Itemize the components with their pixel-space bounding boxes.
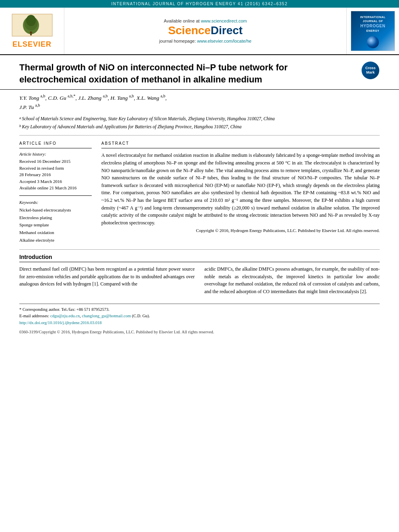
intro-col-left: Direct methanol fuel cell (DMFC) has bee…: [19, 265, 195, 295]
sciencedirect-logo-text: ScienceDirect: [168, 24, 243, 37]
affil-a: a School of Materials Science and Engine…: [19, 115, 380, 122]
abstract-divider: [101, 148, 380, 148]
journal-cover-text: INTERNATIONAL JOURNAL OF HYDROGEN ENERGY: [358, 14, 387, 34]
article-info-heading: ARTICLE INFO: [19, 141, 92, 146]
authors-line: Y.Y. Tong a,b, C.D. Gu a,b,*, J.L. Zhang…: [19, 93, 380, 111]
intro-two-col: Direct methanol fuel cell (DMFC) has bee…: [19, 265, 380, 295]
journal-cover-image: INTERNATIONAL JOURNAL OF HYDROGEN ENERGY: [351, 11, 395, 51]
svg-point-4: [26, 15, 36, 26]
keyword-4: Methanol oxidation: [19, 229, 92, 236]
intro-heading: Introduction: [19, 254, 380, 262]
elsevier-wordmark: ELSEVIER: [10, 40, 54, 49]
introduction-section: Introduction Direct methanol fuel cell (…: [0, 244, 399, 299]
article-info-col: ARTICLE INFO Article history: Received 1…: [19, 141, 92, 244]
accepted-date: Accepted 3 March 2016: [19, 178, 92, 185]
sciencedirect-url[interactable]: www.sciencedirect.com: [201, 18, 247, 23]
authors-section: Y.Y. Tong a,b, C.D. Gu a,b,*, J.L. Zhang…: [0, 90, 399, 113]
affiliations-section: a School of Materials Science and Engine…: [0, 113, 399, 136]
available-online-text: Available online at www.sciencedirect.co…: [164, 18, 247, 23]
crossmark-badge: CrossMark: [362, 62, 380, 80]
doi-link[interactable]: http://dx.doi.org/10.1016/j.ijhydene.201…: [19, 320, 102, 325]
article-info-divider: [19, 148, 92, 148]
affil-b: b Key Laboratory of Advanced Materials a…: [19, 123, 380, 130]
intro-col-right: acidic DMFCs, the alkaline DMFCs possess…: [204, 265, 380, 295]
title-section: Thermal growth of NiO on interconnected …: [0, 55, 399, 90]
intro-top-divider: [19, 249, 380, 250]
article-title: Thermal growth of NiO on interconnected …: [19, 62, 362, 85]
elsevier-tree-svg: [10, 13, 54, 39]
journal-cover-section: INTERNATIONAL JOURNAL OF HYDROGEN ENERGY: [347, 8, 399, 54]
abstract-col: ABSTRACT A novel electrocatalyst for met…: [101, 141, 380, 244]
abstract-heading: ABSTRACT: [101, 141, 380, 146]
journal-cover-orb: [367, 36, 379, 48]
elsevier-logo: ELSEVIER: [10, 13, 54, 49]
article-history-label: Article history:: [19, 152, 92, 156]
keyword-2: Electroless plating: [19, 214, 92, 222]
footnote-section: * Corresponding author. Tel./fax: +86 57…: [19, 304, 380, 327]
received-date: Received 16 December 2015: [19, 158, 92, 165]
revised-date: 28 February 2016: [19, 171, 92, 178]
sciencedirect-section: Available online at www.sciencedirect.co…: [64, 8, 347, 54]
revised-label: Received in revised form: [19, 165, 92, 172]
footnote-corresponding: * Corresponding author. Tel./fax: +86 57…: [19, 306, 380, 313]
keyword-1: Nickel-based electrocatalysts: [19, 206, 92, 214]
elsevier-logo-section: ELSEVIER: [0, 8, 64, 54]
journal-banner: INTERNATIONAL JOURNAL OF HYDROGEN ENERGY…: [0, 0, 399, 8]
journal-homepage-text: journal homepage: www.elsevier.com/locat…: [159, 39, 251, 43]
keywords-divider: [19, 195, 92, 196]
available-date: Available online 21 March 2016: [19, 185, 92, 191]
banner-text: INTERNATIONAL JOURNAL OF HYDROGEN ENERGY…: [111, 2, 288, 6]
email-link-2[interactable]: changlong_gu@hotmail.com: [82, 314, 131, 318]
journal-url[interactable]: www.elsevier.com/locate/he: [197, 39, 251, 43]
keyword-5: Alkaline electrolyte: [19, 236, 92, 244]
article-info-abstract: ARTICLE INFO Article history: Received 1…: [0, 136, 399, 244]
footnote-doi: http://dx.doi.org/10.1016/j.ijhydene.201…: [19, 320, 380, 327]
abstract-text: A novel electrocatalyst for methanol oxi…: [101, 152, 380, 226]
page-wrapper: INTERNATIONAL JOURNAL OF HYDROGEN ENERGY…: [0, 0, 399, 335]
email-link-1[interactable]: cdgu@zju.edu.cn: [50, 314, 80, 318]
keywords-label: Keywords:: [19, 200, 92, 205]
header-area: ELSEVIER Available online at www.science…: [0, 8, 399, 55]
crossmark-logo: CrossMark: [362, 62, 379, 79]
copyright-line: Copyright © 2016, Hydrogen Energy Public…: [101, 228, 380, 233]
footnote-email: E-mail addresses: cdgu@zju.edu.cn, chang…: [19, 313, 380, 320]
bottom-footer: 0360-3199/Copyright © 2016, Hydrogen Ene…: [19, 329, 380, 335]
keyword-3: Sponge template: [19, 221, 92, 229]
svg-point-5: [30, 31, 32, 34]
